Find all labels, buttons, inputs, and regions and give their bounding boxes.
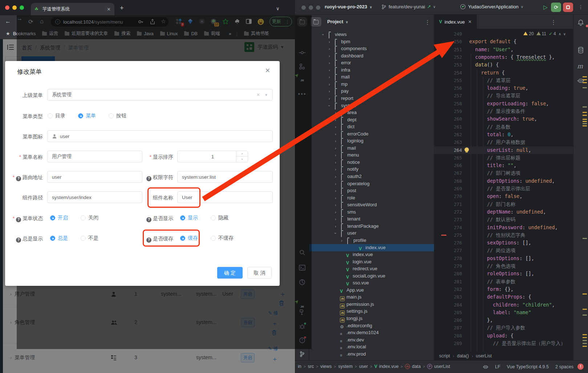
code-line-264[interactable]: 264 userList: null, — [434, 146, 573, 154]
bookmarks-star-icon[interactable]: ★ — [6, 31, 10, 36]
code-line-265[interactable]: 265 // 弹出层标题 — [434, 154, 573, 162]
tree-item-mp[interactable]: ›mp — [309, 81, 434, 88]
tree-arrow-icon[interactable]: › — [329, 66, 330, 74]
tree-arrow-icon[interactable]: › — [329, 38, 330, 45]
code-line-271[interactable]: 271 // 部门名称 — [434, 200, 573, 208]
code-line-256[interactable]: 256 loading: true, — [434, 84, 573, 92]
code-line-255[interactable]: 255 // 遮罩层 — [434, 77, 573, 84]
code-line-251[interactable]: 251 name: "User", — [434, 46, 573, 53]
tree-item-profile[interactable]: ›profile — [309, 237, 434, 244]
editor-options-kebab-icon[interactable]: ⋮ — [551, 19, 556, 26]
tree-arrow-icon[interactable]: › — [335, 109, 336, 116]
tree-item-dashboard[interactable]: ›dashboard — [309, 52, 434, 60]
cancel-button[interactable]: 取 消 — [247, 267, 272, 279]
editor-crumb[interactable]: script — [439, 353, 450, 358]
code-line-253[interactable]: 253 data() { — [434, 61, 573, 69]
copilot-status-icon[interactable] — [483, 364, 488, 370]
project-switcher[interactable]: ruoyi-vue-pro-2023∨ — [325, 4, 372, 9]
tree-item-errorCode[interactable]: ›errorCode — [309, 130, 434, 138]
tree-arrow-icon[interactable]: › — [332, 233, 339, 234]
tree-arrow-icon[interactable]: › — [329, 81, 330, 88]
tree-item-role[interactable]: ›role — [309, 194, 434, 202]
dialog-close-icon[interactable]: ✕ — [265, 67, 270, 74]
tree-arrow-icon[interactable]: › — [329, 95, 330, 102]
tree-item-index-vue[interactable]: Vindex.vue — [309, 244, 434, 251]
tree-arrow-icon[interactable]: › — [329, 88, 330, 95]
tree-arrow-icon[interactable]: › — [329, 45, 330, 52]
menu-icon-input[interactable]: user — [47, 130, 273, 142]
radio-option[interactable]: 缓存 — [180, 235, 198, 242]
git-tool-icon[interactable] — [297, 349, 307, 359]
code-editor[interactable]: 249250export default {251 name: "User",2… — [434, 29, 573, 352]
tree-arrow-icon[interactable]: › — [335, 137, 336, 145]
ide-menu-kebab-icon[interactable]: ⋮ — [578, 4, 583, 10]
tree-item-dept[interactable]: ›dept — [309, 116, 434, 123]
code-line-284[interactable]: 284 children: "children", — [434, 301, 573, 309]
tree-item-user[interactable]: ›user — [309, 230, 434, 237]
radio-option[interactable]: 不缓存 — [211, 235, 234, 242]
indent-indicator[interactable]: 2 spaces — [555, 364, 573, 369]
clear-icon[interactable]: ✕ — [256, 92, 260, 97]
tree-arrow-icon[interactable]: › — [335, 173, 336, 180]
code-line-261[interactable]: 261 // 总条数 — [434, 123, 573, 131]
code-line-257[interactable]: 257 // 导出遮罩层 — [434, 92, 573, 100]
tab-search-chevron-icon[interactable]: ∨ — [276, 6, 280, 11]
code-line-262[interactable]: 262 total: 0, — [434, 131, 573, 138]
editor-crumb[interactable]: userList — [476, 353, 492, 358]
code-line-260[interactable]: 260 showSearch: true, — [434, 115, 573, 123]
code-line-259[interactable]: 259 // 显示搜索条件 — [434, 108, 573, 115]
rerun-button[interactable]: ⟳ — [551, 3, 561, 12]
tree-item-permission-js[interactable]: JSpermission.js — [309, 301, 434, 308]
radio-option[interactable]: 隐藏 — [211, 215, 228, 221]
tree-item--env-local[interactable]: ≡.env.local — [309, 343, 434, 350]
help-icon[interactable]: ? — [146, 176, 151, 181]
tree-arrow-icon[interactable]: › — [320, 34, 327, 35]
tree-arrow-icon[interactable]: › — [329, 52, 330, 60]
code-line-283[interactable]: 283 defaultProps: { — [434, 293, 573, 301]
window-zoom-button[interactable] — [20, 5, 24, 10]
tree-arrow-icon[interactable]: › — [329, 59, 330, 66]
code-line-268[interactable]: 268 deptOptions: undefined, — [434, 177, 573, 185]
status-path-item[interactable]: src — [308, 364, 314, 369]
tree-item-notice[interactable]: ›notice — [309, 159, 434, 166]
help-icon[interactable]: ? — [16, 176, 21, 181]
tree-arrow-icon[interactable]: › — [335, 151, 336, 159]
tree-item--env-dev[interactable]: ≡.env.dev — [309, 336, 434, 344]
component-path-input[interactable]: system/user/index — [47, 191, 142, 203]
tree-item-main-js[interactable]: JSmain.js — [309, 293, 434, 301]
code-line-252[interactable]: 252 components: { Treeselect }, — [434, 53, 573, 61]
help-icon[interactable]: ? — [146, 238, 151, 243]
new-tab-button[interactable]: + — [120, 5, 124, 11]
browser-tab[interactable]: ☘ 芋道管理系统 ✕ — [31, 3, 114, 15]
code-line-274[interactable]: 274 initPassword: undefined, — [434, 224, 573, 231]
tree-item-mail[interactable]: ›mail — [309, 145, 434, 152]
tree-item-report[interactable]: ›report — [309, 95, 434, 102]
tree-arrow-icon[interactable]: › — [335, 215, 336, 223]
code-line-278[interactable]: 278 postOptions: [], — [434, 255, 573, 262]
code-line-267[interactable]: 267 // 部门树选项 — [434, 169, 573, 177]
tree-item-operatelog[interactable]: ›operatelog — [309, 180, 434, 187]
radio-option[interactable]: 目录 — [48, 113, 65, 119]
code-line-289[interactable]: 289 // 是否显示弹出层（用户导入） — [434, 340, 573, 347]
tree-item--env-prod[interactable]: ≡.env.prod — [309, 350, 434, 358]
radio-option[interactable]: 不是 — [81, 235, 98, 242]
tree-item-tongji-js[interactable]: JStongji.js — [309, 315, 434, 322]
sort-number-input[interactable]: 1 ˄˅ — [177, 151, 248, 162]
panel-title[interactable]: Project∨ — [327, 19, 348, 24]
tree-arrow-icon[interactable]: › — [335, 116, 336, 123]
run-configuration-selector[interactable]: YudaoServerApplication∨ — [460, 4, 523, 9]
tree-item-tenant[interactable]: ›tenant — [309, 215, 434, 223]
git-branch-widget[interactable]: feature/dev-yunai ↗ ∨ — [381, 4, 436, 9]
tab-close-icon[interactable]: ✕ — [468, 19, 472, 24]
tree-item-system[interactable]: ›system — [309, 102, 434, 109]
tree-arrow-icon[interactable]: › — [341, 237, 342, 244]
component-name-input[interactable]: User — [177, 191, 273, 203]
code-line-269[interactable]: 269 // 是否显示弹出层 — [434, 185, 573, 192]
code-line-270[interactable]: 270 open: false, — [434, 192, 573, 200]
parent-menu-select[interactable]: 系统管理 ✕ ▼ — [47, 89, 273, 101]
tree-item-dict[interactable]: ›dict — [309, 123, 434, 130]
status-path-item[interactable]: user — [359, 364, 368, 369]
project-view-button[interactable] — [311, 17, 321, 27]
tree-item-socialLogin-vue[interactable]: VsocialLogin.vue — [309, 272, 434, 280]
error-status-icon[interactable]: ! — [577, 364, 584, 370]
